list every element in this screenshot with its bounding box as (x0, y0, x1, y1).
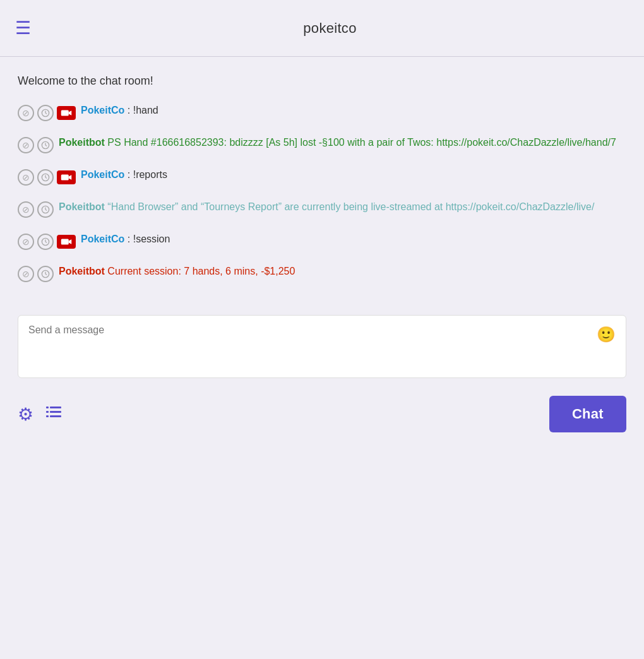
ban-icon[interactable]: ⊘ (18, 137, 34, 153)
svg-rect-12 (61, 175, 69, 181)
welcome-message: Welcome to the chat room! (18, 74, 626, 88)
svg-marker-4 (69, 110, 72, 116)
footer-toolbar: ⚙ Chat (0, 384, 644, 444)
username: Pokeitbot (59, 137, 105, 148)
username: Pokeitbot (59, 266, 105, 276)
message-text: Pokeitbot Current session: 7 hands, 6 mi… (59, 264, 295, 280)
message-icons: ⊘ (18, 103, 76, 121)
ban-icon[interactable]: ⊘ (18, 234, 34, 250)
svg-line-19 (45, 242, 47, 242)
clock-icon[interactable] (37, 234, 54, 250)
svg-rect-20 (61, 239, 69, 245)
clock-icon[interactable] (37, 105, 54, 121)
camera-badge (57, 106, 76, 120)
list-item: ⊘ PokeitCo : !reports (18, 167, 626, 186)
message-text: PokeitCo : !hand (81, 103, 158, 119)
message-input[interactable] (28, 324, 597, 359)
clock-icon[interactable] (37, 169, 54, 186)
message-icons: ⊘ (18, 232, 76, 250)
username: PokeitCo (81, 169, 124, 180)
message-text: PokeitCo : !reports (81, 167, 167, 183)
svg-line-2 (45, 113, 47, 114)
ban-icon[interactable]: ⊘ (18, 201, 34, 218)
svg-rect-28 (50, 411, 61, 413)
svg-rect-25 (46, 407, 49, 408)
footer-left-icons: ⚙ (18, 404, 61, 425)
svg-line-24 (45, 274, 47, 275)
clock-icon[interactable] (37, 266, 54, 282)
list-item: ⊘ PokeitCo : !hand (18, 103, 626, 121)
list-item: ⊘ Pokeitbot Current session: 7 hands, 6 … (18, 264, 626, 282)
ban-icon[interactable]: ⊘ (18, 169, 34, 186)
svg-rect-3 (61, 110, 69, 116)
clock-icon[interactable] (37, 137, 54, 153)
message-icons: ⊘ (18, 135, 54, 153)
message-input-container: 🙂 (18, 315, 626, 378)
svg-rect-30 (50, 415, 61, 417)
chat-button[interactable]: Chat (549, 396, 626, 432)
camera-badge (57, 170, 76, 184)
ban-icon[interactable]: ⊘ (18, 105, 34, 121)
message-icons: ⊘ (18, 199, 54, 218)
ban-icon[interactable]: ⊘ (18, 266, 34, 282)
clock-icon[interactable] (37, 201, 54, 218)
svg-rect-29 (46, 415, 49, 417)
list-item: ⊘ PokeitCo : !session (18, 232, 626, 250)
svg-line-8 (45, 145, 47, 146)
username: PokeitCo (81, 234, 124, 244)
svg-marker-21 (69, 239, 72, 244)
message-icons: ⊘ (18, 264, 54, 282)
svg-line-11 (45, 177, 47, 178)
svg-rect-27 (46, 411, 49, 413)
list-item: ⊘ Pokeitbot “Hand Browser” and “Tourneys… (18, 199, 626, 218)
svg-rect-26 (50, 407, 61, 408)
gear-icon[interactable]: ⚙ (18, 404, 33, 425)
app-header: ☰ pokeitco (0, 0, 644, 57)
message-text: Pokeitbot PS Hand #166616852393: bdizzzz… (59, 135, 616, 151)
live-link[interactable]: https://pokeit.co/ChazDazzle/live/ (446, 201, 595, 212)
message-icons: ⊘ (18, 167, 76, 186)
svg-line-16 (45, 210, 47, 210)
list-item: ⊘ Pokeitbot PS Hand #166616852393: bdizz… (18, 135, 626, 153)
list-icon[interactable] (46, 405, 61, 423)
svg-marker-13 (69, 175, 72, 180)
menu-icon[interactable]: ☰ (15, 20, 31, 37)
hand-link[interactable]: https://pokeit.co/ChazDazzle/live/hand/7 (436, 137, 616, 148)
username: PokeitCo (81, 105, 124, 116)
emoji-icon[interactable]: 🙂 (597, 326, 616, 343)
message-text: Pokeitbot “Hand Browser” and “Tourneys R… (59, 199, 594, 215)
page-title: pokeitco (31, 20, 629, 37)
message-text: PokeitCo : !session (81, 232, 170, 247)
username: Pokeitbot (59, 201, 105, 212)
camera-badge (57, 235, 76, 249)
chat-area: Welcome to the chat room! ⊘ PokeitCo (0, 57, 644, 309)
